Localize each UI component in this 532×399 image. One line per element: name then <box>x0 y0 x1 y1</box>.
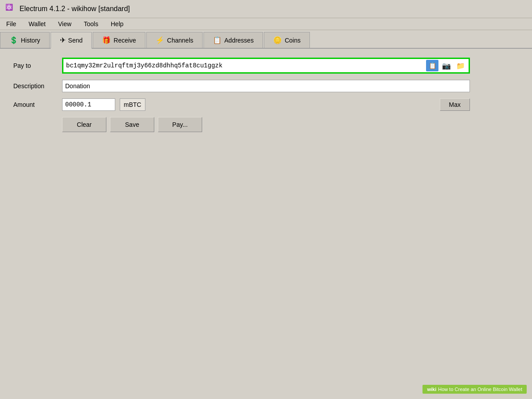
tab-history-label: History <box>21 37 40 44</box>
app-title: Electrum 4.1.2 - wikihow [standard] <box>20 5 130 13</box>
wiki-text: wiki <box>427 387 436 392</box>
menu-view[interactable]: View <box>55 20 74 28</box>
app-icon: ⚛️ <box>5 4 16 14</box>
amount-row: Amount mBTC Max <box>13 98 519 111</box>
amount-input[interactable] <box>62 98 115 111</box>
addresses-icon: 📋 <box>213 36 222 44</box>
send-icon: ✈ <box>60 36 66 44</box>
tab-channels-label: Channels <box>167 37 193 44</box>
tab-coins-label: Coins <box>285 37 301 44</box>
copy-address-button[interactable]: 📋 <box>426 60 438 71</box>
save-button[interactable]: Save <box>110 117 154 132</box>
tab-coins[interactable]: 🪙 Coins <box>264 32 310 48</box>
action-buttons: Clear Save Pay... <box>62 117 519 132</box>
receive-icon: 🎁 <box>102 36 111 44</box>
menu-file[interactable]: File <box>4 20 19 28</box>
folder-icon: 📁 <box>456 62 465 70</box>
copy-icon: 📋 <box>429 62 436 69</box>
tab-send[interactable]: ✈ Send <box>51 32 92 49</box>
camera-icon: 📷 <box>442 62 451 70</box>
description-input[interactable] <box>62 80 470 92</box>
tabbar: 💲 History ✈ Send 🎁 Receive ⚡ Channels 📋 … <box>0 30 532 49</box>
pay-to-wrapper: 📋 📷 📁 <box>62 58 470 74</box>
max-button[interactable]: Max <box>440 98 470 111</box>
description-field <box>62 80 519 92</box>
pay-button[interactable]: Pay... <box>158 117 202 132</box>
menubar: File Wallet View Tools Help <box>0 18 532 30</box>
tab-addresses[interactable]: 📋 Addresses <box>203 32 263 48</box>
amount-label: Amount <box>13 101 62 108</box>
coins-icon: 🪙 <box>273 36 282 44</box>
clear-button[interactable]: Clear <box>62 117 106 132</box>
wikihow-badge: wiki How to Create an Online Bitcoin Wal… <box>422 385 527 394</box>
tab-receive-label: Receive <box>113 37 136 44</box>
pay-to-icons: 📋 📷 📁 <box>426 60 467 71</box>
menu-help[interactable]: Help <box>108 20 126 28</box>
pay-to-row: Pay to 📋 📷 📁 <box>13 58 519 74</box>
pay-to-field: 📋 📷 📁 <box>62 58 519 74</box>
scan-qr-button[interactable]: 📷 <box>440 60 453 71</box>
tab-history[interactable]: 💲 History <box>0 32 50 48</box>
open-file-button[interactable]: 📁 <box>454 60 467 71</box>
history-icon: 💲 <box>9 36 18 44</box>
amount-field: mBTC Max <box>62 98 519 111</box>
main-content: Pay to 📋 📷 📁 Description <box>0 49 532 141</box>
tab-addresses-label: Addresses <box>224 37 254 44</box>
pay-to-input[interactable] <box>65 60 424 71</box>
menu-wallet[interactable]: Wallet <box>26 20 48 28</box>
titlebar: ⚛️ Electrum 4.1.2 - wikihow [standard] <box>0 0 532 18</box>
how-text: How to Create an Online Bitcoin Wallet <box>438 387 522 392</box>
amount-unit: mBTC <box>120 98 145 111</box>
tab-receive[interactable]: 🎁 Receive <box>93 32 145 48</box>
tab-send-label: Send <box>68 37 83 44</box>
channels-icon: ⚡ <box>156 36 164 44</box>
description-label: Description <box>13 82 62 90</box>
menu-tools[interactable]: Tools <box>81 20 101 28</box>
pay-to-label: Pay to <box>13 62 62 69</box>
amount-row-full: mBTC Max <box>62 98 470 111</box>
description-row: Description <box>13 80 519 92</box>
tab-channels[interactable]: ⚡ Channels <box>146 32 203 48</box>
